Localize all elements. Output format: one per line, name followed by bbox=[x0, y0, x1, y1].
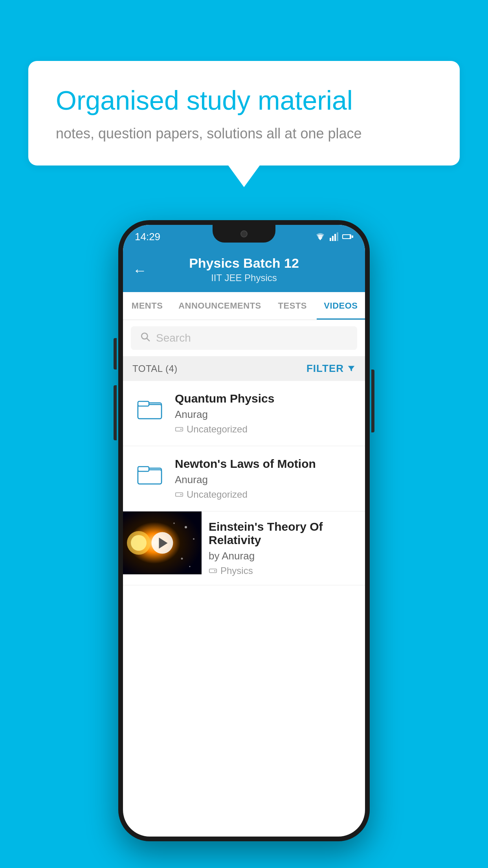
video-author: Anurag bbox=[175, 474, 356, 486]
video-info: Einstein's Theory Of Relativity by Anura… bbox=[202, 511, 365, 585]
search-placeholder: Search bbox=[156, 332, 191, 344]
video-title: Newton's Laws of Motion bbox=[175, 457, 356, 471]
filter-bar: TOTAL (4) FILTER bbox=[123, 356, 365, 381]
video-title: Quantum Physics bbox=[175, 392, 356, 405]
speech-bubble-container: Organised study material notes, question… bbox=[28, 61, 460, 187]
tag-icon bbox=[175, 490, 183, 499]
video-thumbnail bbox=[123, 511, 202, 574]
speech-bubble-arrow bbox=[228, 166, 260, 187]
svg-rect-2 bbox=[330, 238, 331, 241]
svg-point-24 bbox=[185, 526, 187, 528]
list-item[interactable]: Quantum Physics Anurag Uncategorized bbox=[123, 381, 365, 446]
svg-rect-19 bbox=[138, 467, 149, 471]
total-label: TOTAL (4) bbox=[132, 363, 178, 374]
svg-rect-5 bbox=[337, 232, 338, 241]
speech-bubble: Organised study material notes, question… bbox=[28, 61, 460, 166]
phone-btn-left bbox=[114, 338, 117, 370]
back-button[interactable]: ← bbox=[133, 262, 147, 279]
search-bar-wrapper: Search bbox=[123, 320, 365, 356]
video-author: by Anurag bbox=[209, 550, 358, 562]
svg-marker-1 bbox=[319, 238, 322, 240]
video-tag: Uncategorized bbox=[175, 489, 356, 500]
play-triangle-icon bbox=[159, 537, 167, 548]
wifi-icon bbox=[315, 232, 326, 241]
list-item[interactable]: Einstein's Theory Of Relativity by Anura… bbox=[123, 511, 365, 585]
tag-icon bbox=[209, 566, 217, 575]
tab-tests[interactable]: TESTS bbox=[268, 292, 317, 320]
svg-rect-18 bbox=[138, 470, 161, 484]
svg-point-20 bbox=[181, 494, 182, 495]
svg-point-15 bbox=[181, 429, 182, 430]
filter-icon bbox=[347, 364, 356, 373]
speech-bubble-title: Organised study material bbox=[56, 85, 432, 117]
video-info: Newton's Laws of Motion Anurag Uncategor… bbox=[175, 457, 356, 500]
svg-rect-7 bbox=[352, 235, 353, 238]
filter-button[interactable]: FILTER bbox=[306, 362, 356, 375]
status-bar: 14:29 bbox=[123, 225, 365, 248]
status-time: 14:29 bbox=[135, 231, 160, 243]
signal-icon bbox=[330, 232, 338, 241]
svg-line-10 bbox=[147, 338, 150, 341]
tab-announcements[interactable]: ANNOUNCEMENTS bbox=[171, 292, 268, 320]
svg-point-25 bbox=[193, 538, 194, 540]
video-author: Anurag bbox=[175, 408, 356, 421]
tab-videos[interactable]: VIDEOS bbox=[317, 292, 365, 320]
phone-outer: 14:29 bbox=[118, 220, 370, 841]
svg-point-29 bbox=[215, 570, 215, 571]
folder-icon bbox=[136, 394, 163, 423]
phone-btn-right bbox=[371, 370, 374, 432]
video-tag: Physics bbox=[209, 565, 358, 576]
svg-point-9 bbox=[141, 333, 147, 339]
svg-rect-4 bbox=[334, 234, 336, 241]
status-icons bbox=[315, 232, 353, 241]
header-title: Physics Batch 12 bbox=[135, 256, 353, 271]
app-header: ← Physics Batch 12 IIT JEE Physics bbox=[123, 248, 365, 292]
svg-point-28 bbox=[189, 566, 191, 567]
svg-point-27 bbox=[173, 522, 175, 524]
svg-point-23 bbox=[131, 535, 147, 551]
battery-icon bbox=[342, 234, 353, 240]
svg-rect-8 bbox=[343, 235, 350, 238]
svg-rect-3 bbox=[332, 236, 334, 241]
tab-ments[interactable]: MENTS bbox=[123, 292, 171, 320]
header-subtitle: IIT JEE Physics bbox=[135, 272, 353, 283]
phone-btn-left2 bbox=[114, 385, 117, 440]
folder-icon-container bbox=[132, 392, 167, 423]
list-item[interactable]: Newton's Laws of Motion Anurag Uncategor… bbox=[123, 446, 365, 511]
tag-icon bbox=[175, 425, 183, 434]
phone-screen: 14:29 bbox=[123, 225, 365, 837]
folder-icon-container bbox=[132, 457, 167, 489]
svg-point-26 bbox=[181, 558, 183, 560]
search-icon bbox=[140, 332, 150, 345]
search-bar[interactable]: Search bbox=[131, 326, 357, 350]
video-list: Quantum Physics Anurag Uncategorized bbox=[123, 381, 365, 585]
phone-wrapper: 14:29 bbox=[118, 220, 370, 841]
folder-icon bbox=[136, 460, 163, 489]
svg-rect-13 bbox=[138, 405, 161, 419]
video-title: Einstein's Theory Of Relativity bbox=[209, 520, 358, 547]
camera-dot bbox=[240, 230, 248, 237]
video-tag: Uncategorized bbox=[175, 424, 356, 435]
notch bbox=[213, 225, 275, 243]
tabs-bar: MENTS ANNOUNCEMENTS TESTS VIDEOS bbox=[123, 292, 365, 320]
video-info: Quantum Physics Anurag Uncategorized bbox=[175, 392, 356, 435]
play-button[interactable] bbox=[152, 532, 173, 554]
svg-rect-14 bbox=[138, 401, 149, 406]
speech-bubble-subtitle: notes, question papers, solutions all at… bbox=[56, 125, 432, 142]
